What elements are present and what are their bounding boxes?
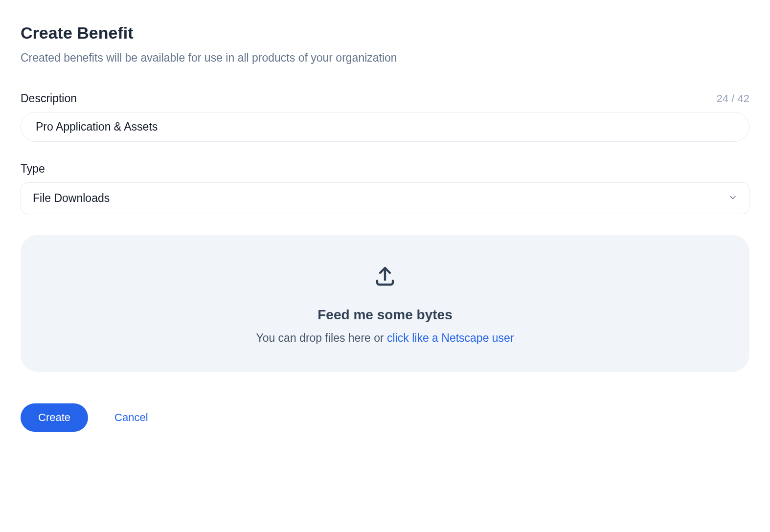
page-subtitle: Created benefits will be available for u… <box>21 51 749 65</box>
page-title: Create Benefit <box>21 23 749 43</box>
description-counter: 24 / 42 <box>717 92 749 105</box>
description-input[interactable] <box>21 112 749 142</box>
dropzone-hint-text: You can drop files here or <box>256 332 387 344</box>
type-select[interactable]: File Downloads <box>21 182 749 214</box>
dropzone-hint: You can drop files here or click like a … <box>256 332 514 345</box>
type-label: Type <box>21 162 45 176</box>
description-label: Description <box>21 92 77 105</box>
cancel-button[interactable]: Cancel <box>114 411 148 424</box>
dropzone-browse-link[interactable]: click like a Netscape user <box>387 332 514 344</box>
dropzone-title: Feed me some bytes <box>317 307 452 323</box>
file-dropzone[interactable]: Feed me some bytes You can drop files he… <box>21 235 749 372</box>
upload-icon <box>373 264 397 289</box>
create-button[interactable]: Create <box>21 403 88 432</box>
